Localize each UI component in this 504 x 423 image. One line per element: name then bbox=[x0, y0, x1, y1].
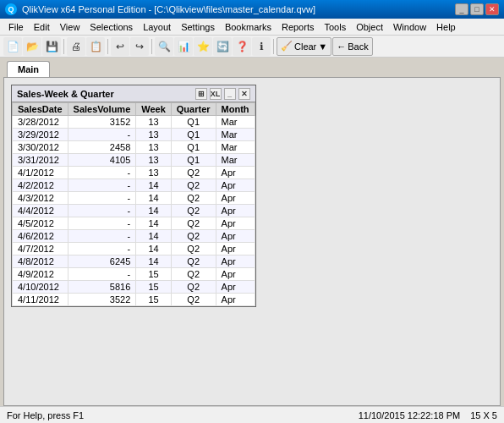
menu-bookmarks[interactable]: Bookmarks bbox=[220, 20, 277, 34]
col-salesvolume: SalesVolume bbox=[68, 103, 136, 116]
xl-icon[interactable]: XL bbox=[210, 88, 222, 100]
info-button[interactable]: ℹ bbox=[252, 37, 271, 56]
table-cell: 13 bbox=[136, 154, 172, 167]
table-cell: Mar bbox=[216, 116, 255, 129]
table-row: 3/31/2012410513Q1Mar bbox=[13, 154, 255, 167]
table-cell: Q1 bbox=[171, 141, 216, 154]
title-bar: Q QlikView x64 Personal Edition - [C:\Ql… bbox=[0, 0, 504, 19]
table-cell: Q2 bbox=[171, 281, 216, 294]
table-cell: 14 bbox=[136, 243, 172, 255]
table-cell: Q1 bbox=[171, 154, 216, 167]
table-cell: Q2 bbox=[171, 167, 216, 179]
table-cell: Apr bbox=[216, 230, 255, 243]
minimize-widget-icon[interactable]: _ bbox=[224, 88, 236, 100]
menu-settings[interactable]: Settings bbox=[176, 20, 220, 34]
caption-icons: ⊞ XL _ ✕ bbox=[195, 88, 250, 100]
menu-reports[interactable]: Reports bbox=[277, 20, 320, 34]
clear-button[interactable]: 🧹 Clear ▼ bbox=[277, 37, 331, 56]
separator-1 bbox=[63, 39, 64, 54]
table-cell: 4/4/2012 bbox=[13, 205, 68, 217]
table-row: 4/2/2012-14Q2Apr bbox=[13, 179, 255, 192]
search-button[interactable]: 🔍 bbox=[155, 37, 173, 56]
redo-button[interactable]: ↪ bbox=[130, 37, 149, 56]
tab-area: Main bbox=[0, 58, 504, 77]
menu-file[interactable]: File bbox=[3, 20, 29, 34]
col-month: Month bbox=[216, 103, 255, 116]
table-cell: 14 bbox=[136, 205, 172, 217]
table-cell: 14 bbox=[136, 230, 172, 243]
main-content: Sales-Week & Quarter ⊞ XL _ ✕ SalesDate … bbox=[3, 77, 501, 406]
status-right: 11/10/2015 12:22:18 PM 15 X 5 bbox=[359, 410, 497, 420]
save-button[interactable]: 💾 bbox=[42, 37, 61, 56]
table-cell: Q2 bbox=[171, 192, 216, 205]
menu-layout[interactable]: Layout bbox=[138, 20, 176, 34]
back-button[interactable]: ← Back bbox=[332, 37, 372, 56]
eraser-icon: 🧹 bbox=[281, 41, 293, 52]
data-table: SalesDate SalesVolume Week Quarter Month… bbox=[12, 102, 255, 306]
table-cell: Q2 bbox=[171, 205, 216, 217]
table-cell: Mar bbox=[216, 129, 255, 141]
table-row: 3/29/2012-13Q1Mar bbox=[13, 129, 255, 141]
table-cell: 15 bbox=[136, 294, 172, 306]
table-cell: Apr bbox=[216, 268, 255, 281]
open-button[interactable]: 📂 bbox=[23, 37, 41, 56]
table-cell: Apr bbox=[216, 294, 255, 306]
menu-selections[interactable]: Selections bbox=[85, 20, 138, 34]
tab-main[interactable]: Main bbox=[7, 61, 50, 77]
close-widget-icon[interactable]: ✕ bbox=[238, 88, 250, 100]
back-arrow-icon: ← bbox=[337, 41, 346, 52]
menu-help[interactable]: Help bbox=[431, 20, 461, 34]
table-row: 4/7/2012-14Q2Apr bbox=[13, 243, 255, 255]
table-cell: 3152 bbox=[68, 116, 136, 129]
table-cell: Q2 bbox=[171, 217, 216, 230]
table-cell: Mar bbox=[216, 154, 255, 167]
star-button[interactable]: ⭐ bbox=[194, 37, 212, 56]
table-cell: 3522 bbox=[68, 294, 136, 306]
table-cell: Apr bbox=[216, 243, 255, 255]
menu-edit[interactable]: Edit bbox=[29, 20, 55, 34]
table-row: 4/5/2012-14Q2Apr bbox=[13, 217, 255, 230]
table-row: 3/30/2012245813Q1Mar bbox=[13, 141, 255, 154]
table-row: 3/28/2012315213Q1Mar bbox=[13, 116, 255, 129]
print-button[interactable]: 🖨 bbox=[67, 37, 85, 56]
preview-button[interactable]: 📋 bbox=[86, 37, 105, 56]
new-button[interactable]: 📄 bbox=[3, 37, 22, 56]
separator-3 bbox=[151, 39, 152, 54]
table-cell: Q2 bbox=[171, 255, 216, 268]
table-cell: 4/5/2012 bbox=[13, 217, 68, 230]
table-cell: - bbox=[68, 217, 136, 230]
table-cell: 2458 bbox=[68, 141, 136, 154]
table-cell: 4/9/2012 bbox=[13, 268, 68, 281]
table-cell: 3/30/2012 bbox=[13, 141, 68, 154]
menu-object[interactable]: Object bbox=[351, 20, 388, 34]
table-cell: Q2 bbox=[171, 230, 216, 243]
table-cell: Q2 bbox=[171, 179, 216, 192]
toolbar: 📄 📂 💾 🖨 📋 ↩ ↪ 🔍 📊 ⭐ 🔄 ❓ ℹ 🧹 Clear ▼ ← Ba… bbox=[0, 36, 504, 58]
table-widget: Sales-Week & Quarter ⊞ XL _ ✕ SalesDate … bbox=[11, 85, 256, 307]
menu-bar: File Edit View Selections Layout Setting… bbox=[0, 19, 504, 36]
undo-button[interactable]: ↩ bbox=[111, 37, 129, 56]
menu-window[interactable]: Window bbox=[388, 20, 431, 34]
table-row: 4/9/2012-15Q2Apr bbox=[13, 268, 255, 281]
table-cell: 6245 bbox=[68, 255, 136, 268]
table-cell: - bbox=[68, 167, 136, 179]
table-cell: - bbox=[68, 230, 136, 243]
table-icon[interactable]: ⊞ bbox=[195, 88, 207, 100]
chart-button[interactable]: 📊 bbox=[174, 37, 193, 56]
refresh-button[interactable]: 🔄 bbox=[213, 37, 232, 56]
col-salesdate: SalesDate bbox=[13, 103, 68, 116]
maximize-button[interactable]: □ bbox=[470, 3, 484, 15]
menu-tools[interactable]: Tools bbox=[319, 20, 351, 34]
table-cell: Mar bbox=[216, 141, 255, 154]
help-button[interactable]: ❓ bbox=[233, 37, 251, 56]
window-controls[interactable]: _ □ ✕ bbox=[455, 3, 499, 15]
status-bar: For Help, press F1 11/10/2015 12:22:18 P… bbox=[0, 406, 504, 423]
table-cell: 14 bbox=[136, 192, 172, 205]
close-button[interactable]: ✕ bbox=[485, 3, 499, 15]
minimize-button[interactable]: _ bbox=[455, 3, 468, 15]
table-cell: Apr bbox=[216, 217, 255, 230]
table-cell: 14 bbox=[136, 255, 172, 268]
menu-view[interactable]: View bbox=[55, 20, 85, 34]
table-row: 4/6/2012-14Q2Apr bbox=[13, 230, 255, 243]
table-cell: Q2 bbox=[171, 268, 216, 281]
